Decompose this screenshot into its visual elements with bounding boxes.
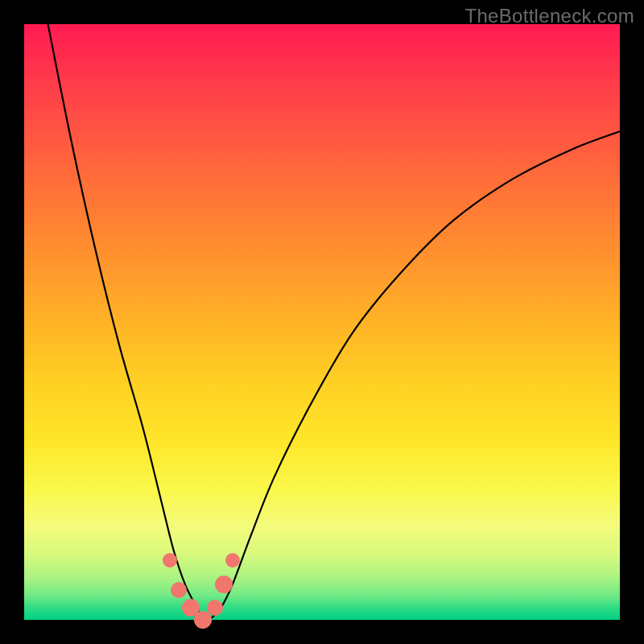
chart-plot-area [24, 24, 620, 620]
watermark-text: TheBottleneck.com [464, 5, 634, 27]
chart-frame: TheBottleneck.com [0, 0, 644, 644]
data-marker [215, 576, 233, 593]
bottleneck-curve [48, 24, 620, 620]
data-marker [225, 553, 240, 568]
data-marker [207, 600, 223, 616]
curve-svg [24, 24, 620, 620]
data-marker [171, 582, 187, 598]
data-marker [163, 553, 177, 568]
